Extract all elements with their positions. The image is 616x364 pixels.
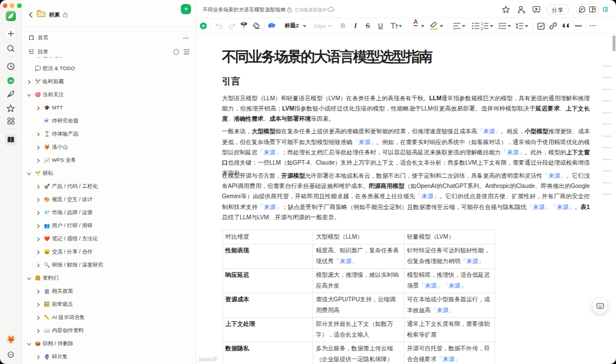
svg-text:2: 2 bbox=[481, 26, 483, 30]
svg-text:AI: AI bbox=[9, 79, 13, 83]
svg-text:1: 1 bbox=[481, 21, 483, 25]
